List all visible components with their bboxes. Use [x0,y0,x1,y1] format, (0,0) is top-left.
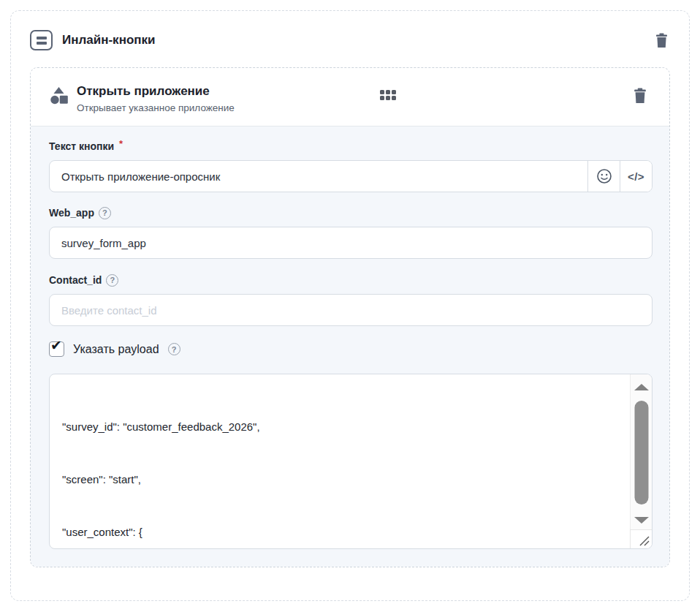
action-form: Текст кнопки* </> Web_app [31,126,669,567]
payload-line: "screen": "start", [62,471,630,488]
payload-editor: "survey_id": "customer_feedback_2026", "… [49,374,653,549]
action-card-header: Открыть приложение Открывает указанное п… [31,68,669,126]
block-header: Инлайн-кнопки [30,29,670,52]
payload-line: "survey_id": "customer_feedback_2026", [62,418,630,436]
smiley-icon [596,168,612,184]
resize-grip-icon [638,534,650,546]
web-app-input-group [49,227,653,259]
emoji-picker-button[interactable] [587,161,620,192]
inline-buttons-block: Инлайн-кнопки Открыть приложение Открыва… [10,10,690,601]
payload-line: "user_context": { [62,524,630,541]
inline-buttons-icon [30,30,53,50]
payload-toggle-label: Указать payload [73,343,159,356]
scroll-up-icon[interactable] [634,384,649,390]
insert-variable-button[interactable]: </> [620,161,652,192]
web-app-label: Web_app ? [49,207,651,219]
help-icon[interactable]: ? [106,274,118,287]
contact-id-label: Contact_id ? [49,274,651,287]
action-subtitle: Открывает указанное приложение [77,102,235,113]
action-title: Открыть приложение [77,83,235,99]
help-icon[interactable]: ? [99,207,111,219]
trash-icon [633,88,647,104]
delete-action-button[interactable] [631,86,649,105]
code-icon: </> [628,170,644,183]
shapes-icon [49,86,69,105]
payload-textarea[interactable]: "survey_id": "customer_feedback_2026", "… [50,374,630,548]
scroll-down-icon[interactable] [634,517,649,524]
payload-toggle-row: ✔ Указать payload ? [49,341,651,357]
contact-id-input[interactable] [50,295,652,325]
button-text-input[interactable] [50,161,587,192]
web-app-input[interactable] [50,227,652,258]
drag-handle-icon[interactable] [380,90,396,100]
button-text-input-group: </> [49,160,653,192]
required-asterisk: * [119,137,123,150]
contact-id-input-group [49,294,653,326]
payload-checkbox[interactable]: ✔ [49,341,64,357]
scrollbar-thumb[interactable] [634,401,648,505]
checkmark-icon: ✔ [50,338,62,354]
help-icon[interactable]: ? [168,343,180,355]
textarea-resize-handle[interactable] [630,529,652,548]
action-card: Открыть приложение Открывает указанное п… [30,67,670,567]
trash-icon [655,33,669,48]
payload-scrollbar [630,374,652,531]
button-text-label: Текст кнопки* [49,140,651,153]
delete-block-button[interactable] [653,31,670,50]
block-title: Инлайн-кнопки [62,33,156,48]
